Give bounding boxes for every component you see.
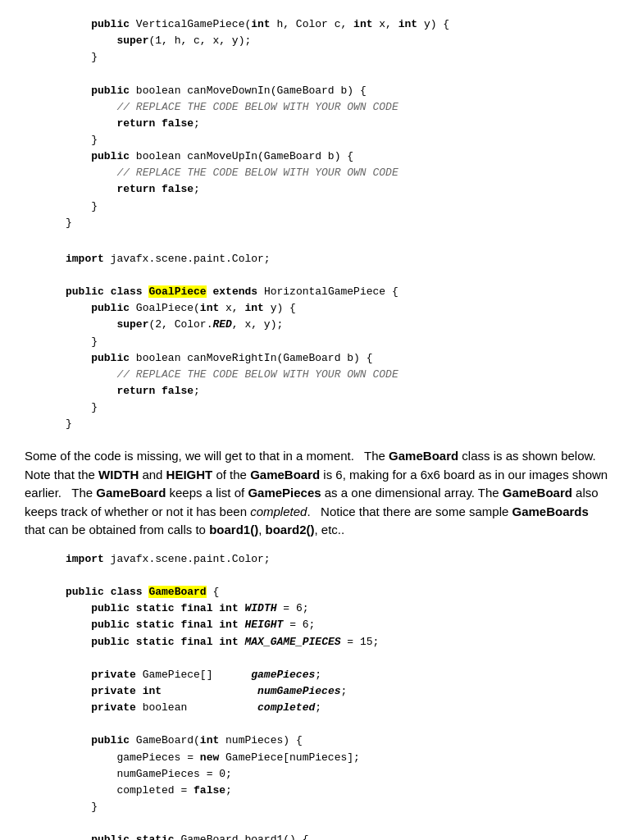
code-line: public GoalPiece(int x, int y) { (66, 300, 608, 317)
code-line: public class GoalPiece extends Horizonta… (66, 284, 608, 300)
code-line: private boolean completed; (66, 700, 608, 716)
code-line: public static GameBoard board1() { (66, 832, 608, 840)
code-line: } (66, 49, 608, 66)
code-line: // REPLACE THE CODE BELOW WITH YOUR OWN … (66, 99, 608, 116)
code-line (66, 568, 608, 584)
code-line: return false; (66, 181, 608, 198)
code-line: import javafx.scene.paint.Color; (66, 251, 608, 267)
code-line: public boolean canMoveDownIn(GameBoard b… (66, 83, 608, 99)
code-line: private GamePiece[] gamePieces; (66, 667, 608, 683)
code-line (66, 651, 608, 667)
code-line: } (66, 416, 608, 432)
code-line: } (66, 199, 608, 215)
code-line (66, 267, 608, 284)
code-line: gamePieces = new GamePiece[numPieces]; (66, 750, 608, 766)
code-line: public boolean canMoveUpIn(GameBoard b) … (66, 148, 608, 165)
code-line: return false; (66, 116, 608, 132)
code-line (66, 716, 608, 733)
code-block-vertical-game-piece: public VerticalGamePiece(int h, Color c,… (25, 16, 608, 231)
code-line: return false; (66, 383, 608, 399)
code-line (66, 815, 608, 832)
code-line: super(2, Color.RED, x, y); (66, 317, 608, 333)
code-line (66, 66, 608, 82)
prose-paragraph: Some of the code is missing, we will get… (25, 447, 608, 540)
code-line: numGamePieces = 0; (66, 766, 608, 783)
code-line: public static final int WIDTH = 6; (66, 600, 608, 617)
code-line: } (66, 799, 608, 815)
code-line: public boolean canMoveRightIn(GameBoard … (66, 350, 608, 367)
code-line: // REPLACE THE CODE BELOW WITH YOUR OWN … (66, 165, 608, 181)
code-line: public static final int MAX_GAME_PIECES … (66, 634, 608, 651)
code-block-game-board: import javafx.scene.paint.Color; public … (25, 551, 608, 840)
code-line: } (66, 399, 608, 416)
code-line: import javafx.scene.paint.Color; (66, 551, 608, 568)
code-line: public GameBoard(int numPieces) { (66, 733, 608, 749)
code-line: public VerticalGamePiece(int h, Color c,… (66, 16, 608, 33)
code-block-goal-piece: import javafx.scene.paint.Color; public … (25, 251, 608, 433)
code-line: public static final int HEIGHT = 6; (66, 617, 608, 633)
code-line: super(1, h, c, x, y); (66, 33, 608, 49)
code-line: completed = false; (66, 783, 608, 799)
code-line: } (66, 132, 608, 148)
code-line: private int numGamePieces; (66, 683, 608, 700)
code-line: // REPLACE THE CODE BELOW WITH YOUR OWN … (66, 367, 608, 383)
code-line: } (66, 334, 608, 350)
code-line: public class GameBoard { (66, 584, 608, 600)
code-line: } (66, 215, 608, 231)
